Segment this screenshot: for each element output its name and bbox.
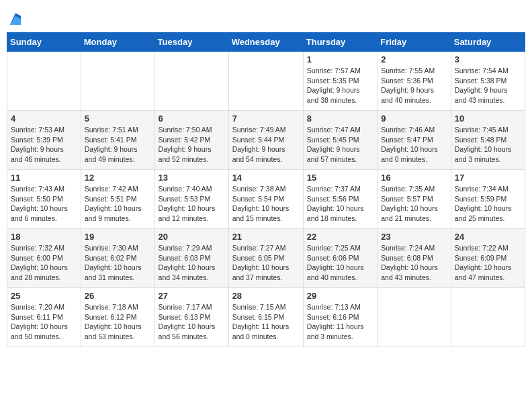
day-info: Sunrise: 7:20 AM Sunset: 6:11 PM Dayligh…: [11, 302, 77, 342]
day-cell: 15Sunrise: 7:37 AM Sunset: 5:56 PM Dayli…: [303, 170, 377, 229]
header-cell-monday: Monday: [81, 33, 154, 52]
day-info: Sunrise: 7:47 AM Sunset: 5:45 PM Dayligh…: [307, 125, 373, 165]
day-number: 20: [159, 232, 225, 242]
day-cell: 14Sunrise: 7:38 AM Sunset: 5:54 PM Dayli…: [228, 170, 303, 229]
day-number: 28: [232, 291, 300, 301]
day-number: 29: [307, 291, 373, 301]
week-row-4: 18Sunrise: 7:32 AM Sunset: 6:00 PM Dayli…: [7, 229, 525, 288]
calendar-table: SundayMondayTuesdayWednesdayThursdayFrid…: [7, 32, 525, 347]
day-cell: 4Sunrise: 7:53 AM Sunset: 5:39 PM Daylig…: [7, 111, 81, 170]
day-cell: 26Sunrise: 7:18 AM Sunset: 6:12 PM Dayli…: [81, 288, 154, 347]
day-cell: 29Sunrise: 7:13 AM Sunset: 6:16 PM Dayli…: [303, 288, 377, 347]
day-cell: 12Sunrise: 7:42 AM Sunset: 5:51 PM Dayli…: [81, 170, 154, 229]
day-info: Sunrise: 7:40 AM Sunset: 5:53 PM Dayligh…: [159, 184, 225, 224]
day-cell: [228, 52, 303, 111]
day-cell: 17Sunrise: 7:34 AM Sunset: 5:59 PM Dayli…: [451, 170, 525, 229]
day-cell: 22Sunrise: 7:25 AM Sunset: 6:06 PM Dayli…: [303, 229, 377, 288]
day-cell: 20Sunrise: 7:29 AM Sunset: 6:03 PM Dayli…: [154, 229, 228, 288]
day-number: 23: [381, 232, 447, 242]
day-info: Sunrise: 7:17 AM Sunset: 6:13 PM Dayligh…: [159, 302, 225, 342]
day-cell: 8Sunrise: 7:47 AM Sunset: 5:45 PM Daylig…: [303, 111, 377, 170]
header-row: SundayMondayTuesdayWednesdayThursdayFrid…: [7, 33, 525, 52]
day-cell: 11Sunrise: 7:43 AM Sunset: 5:50 PM Dayli…: [7, 170, 81, 229]
day-info: Sunrise: 7:42 AM Sunset: 5:51 PM Dayligh…: [85, 184, 151, 224]
day-info: Sunrise: 7:45 AM Sunset: 5:48 PM Dayligh…: [455, 125, 521, 165]
day-cell: 21Sunrise: 7:27 AM Sunset: 6:05 PM Dayli…: [228, 229, 303, 288]
day-cell: 7Sunrise: 7:49 AM Sunset: 5:44 PM Daylig…: [228, 111, 303, 170]
logo: [7, 12, 23, 27]
day-info: Sunrise: 7:43 AM Sunset: 5:50 PM Dayligh…: [11, 184, 77, 224]
header-cell-tuesday: Tuesday: [154, 33, 228, 52]
day-cell: 28Sunrise: 7:15 AM Sunset: 6:15 PM Dayli…: [228, 288, 303, 347]
day-info: Sunrise: 7:22 AM Sunset: 6:09 PM Dayligh…: [455, 243, 521, 283]
day-cell: [7, 52, 81, 111]
day-info: Sunrise: 7:49 AM Sunset: 5:44 PM Dayligh…: [232, 125, 300, 165]
day-number: 9: [381, 113, 447, 124]
day-info: Sunrise: 7:30 AM Sunset: 6:02 PM Dayligh…: [85, 243, 151, 283]
day-number: 19: [85, 232, 151, 242]
day-number: 15: [307, 173, 373, 183]
week-row-3: 11Sunrise: 7:43 AM Sunset: 5:50 PM Dayli…: [7, 170, 525, 229]
day-info: Sunrise: 7:54 AM Sunset: 5:38 PM Dayligh…: [455, 66, 521, 105]
day-info: Sunrise: 7:25 AM Sunset: 6:06 PM Dayligh…: [307, 243, 373, 283]
page-header: [7, 7, 525, 27]
day-info: Sunrise: 7:55 AM Sunset: 5:36 PM Dayligh…: [381, 66, 447, 105]
day-info: Sunrise: 7:27 AM Sunset: 6:05 PM Dayligh…: [232, 243, 300, 283]
day-info: Sunrise: 7:51 AM Sunset: 5:41 PM Dayligh…: [85, 125, 151, 165]
day-number: 10: [455, 113, 521, 124]
week-row-1: 1Sunrise: 7:57 AM Sunset: 5:35 PM Daylig…: [7, 52, 525, 111]
day-cell: [154, 52, 228, 111]
day-cell: 23Sunrise: 7:24 AM Sunset: 6:08 PM Dayli…: [378, 229, 451, 288]
day-cell: [451, 288, 525, 347]
day-info: Sunrise: 7:24 AM Sunset: 6:08 PM Dayligh…: [381, 243, 447, 283]
day-number: 26: [85, 291, 151, 301]
day-cell: 27Sunrise: 7:17 AM Sunset: 6:13 PM Dayli…: [154, 288, 228, 347]
day-number: 6: [159, 113, 225, 124]
logo-icon: [8, 12, 23, 27]
header-cell-saturday: Saturday: [451, 33, 525, 52]
day-cell: 24Sunrise: 7:22 AM Sunset: 6:09 PM Dayli…: [451, 229, 525, 288]
day-cell: 19Sunrise: 7:30 AM Sunset: 6:02 PM Dayli…: [81, 229, 154, 288]
day-number: 17: [455, 173, 521, 183]
day-number: 24: [455, 232, 521, 242]
day-number: 11: [11, 173, 77, 183]
day-number: 21: [232, 232, 300, 242]
header-cell-sunday: Sunday: [7, 33, 81, 52]
header-cell-thursday: Thursday: [303, 33, 377, 52]
day-cell: 10Sunrise: 7:45 AM Sunset: 5:48 PM Dayli…: [451, 111, 525, 170]
day-info: Sunrise: 7:50 AM Sunset: 5:42 PM Dayligh…: [159, 125, 225, 165]
day-cell: 3Sunrise: 7:54 AM Sunset: 5:38 PM Daylig…: [451, 52, 525, 111]
day-cell: 16Sunrise: 7:35 AM Sunset: 5:57 PM Dayli…: [378, 170, 451, 229]
day-number: 18: [11, 232, 77, 242]
day-number: 25: [11, 291, 77, 301]
day-number: 1: [307, 54, 373, 64]
day-number: 14: [232, 173, 300, 183]
day-cell: 9Sunrise: 7:46 AM Sunset: 5:47 PM Daylig…: [378, 111, 451, 170]
day-info: Sunrise: 7:53 AM Sunset: 5:39 PM Dayligh…: [11, 125, 77, 165]
day-info: Sunrise: 7:13 AM Sunset: 6:16 PM Dayligh…: [307, 302, 373, 342]
day-info: Sunrise: 7:57 AM Sunset: 5:35 PM Dayligh…: [307, 66, 373, 105]
day-info: Sunrise: 7:35 AM Sunset: 5:57 PM Dayligh…: [381, 184, 447, 224]
day-number: 16: [381, 173, 447, 183]
day-cell: 18Sunrise: 7:32 AM Sunset: 6:00 PM Dayli…: [7, 229, 81, 288]
day-cell: 5Sunrise: 7:51 AM Sunset: 5:41 PM Daylig…: [81, 111, 154, 170]
day-info: Sunrise: 7:32 AM Sunset: 6:00 PM Dayligh…: [11, 243, 77, 283]
day-number: 7: [232, 113, 300, 124]
day-number: 22: [307, 232, 373, 242]
day-number: 8: [307, 113, 373, 124]
day-number: 4: [11, 113, 77, 124]
header-cell-wednesday: Wednesday: [228, 33, 303, 52]
day-info: Sunrise: 7:29 AM Sunset: 6:03 PM Dayligh…: [159, 243, 225, 283]
day-info: Sunrise: 7:34 AM Sunset: 5:59 PM Dayligh…: [455, 184, 521, 224]
day-info: Sunrise: 7:38 AM Sunset: 5:54 PM Dayligh…: [232, 184, 300, 224]
day-info: Sunrise: 7:37 AM Sunset: 5:56 PM Dayligh…: [307, 184, 373, 224]
day-cell: 25Sunrise: 7:20 AM Sunset: 6:11 PM Dayli…: [7, 288, 81, 347]
day-number: 5: [85, 113, 151, 124]
header-cell-friday: Friday: [378, 33, 451, 52]
day-cell: 2Sunrise: 7:55 AM Sunset: 5:36 PM Daylig…: [378, 52, 451, 111]
day-cell: 6Sunrise: 7:50 AM Sunset: 5:42 PM Daylig…: [154, 111, 228, 170]
week-row-5: 25Sunrise: 7:20 AM Sunset: 6:11 PM Dayli…: [7, 288, 525, 347]
week-row-2: 4Sunrise: 7:53 AM Sunset: 5:39 PM Daylig…: [7, 111, 525, 170]
day-info: Sunrise: 7:46 AM Sunset: 5:47 PM Dayligh…: [381, 125, 447, 165]
day-cell: [81, 52, 154, 111]
